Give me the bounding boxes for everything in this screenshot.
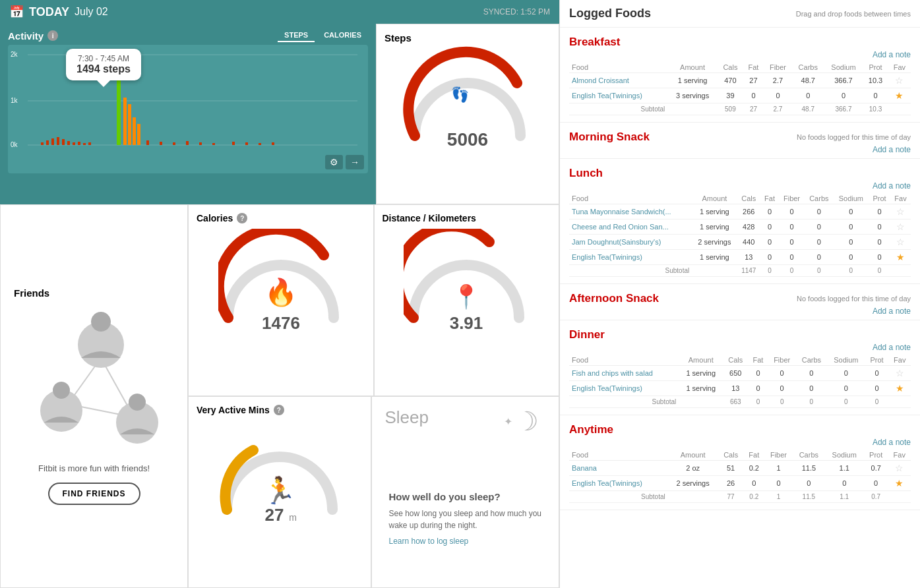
svg-rect-6 xyxy=(41,142,44,145)
food-cals: 39 xyxy=(718,88,743,103)
add-note-link[interactable]: Add a note xyxy=(569,50,911,59)
food-fav[interactable]: ★ xyxy=(888,476,911,491)
food-fav[interactable]: ☆ xyxy=(888,461,911,476)
food-fiber: 0 xyxy=(768,366,796,381)
food-name-cell[interactable]: Banana xyxy=(569,461,668,476)
food-fav[interactable]: ☆ xyxy=(890,204,911,220)
food-prot: 0 xyxy=(869,204,890,220)
active-mins-info-icon[interactable]: ? xyxy=(274,405,284,415)
add-note-link[interactable]: Add a note xyxy=(569,307,911,316)
col-cals: Cals xyxy=(737,193,761,204)
food-name-cell[interactable]: Fish and chips with salad xyxy=(569,366,679,381)
subtotal-sodium: 0 xyxy=(834,265,869,277)
food-sodium: 0 xyxy=(827,366,865,381)
sleep-learn-link[interactable]: Learn how to log sleep xyxy=(389,537,542,546)
food-fat: 0 xyxy=(760,204,779,220)
no-foods-msg: No foods logged for this time of day xyxy=(797,133,911,141)
food-sodium: 0 xyxy=(834,250,869,265)
friends-message: Fitbit is more fun with friends! xyxy=(38,463,150,473)
food-name-cell[interactable]: English Tea(Twinings) xyxy=(569,476,668,491)
svg-rect-26 xyxy=(212,143,215,145)
col-carbs: Carbs xyxy=(792,62,824,73)
chart-settings-button[interactable]: ⚙ xyxy=(325,155,343,169)
food-name-cell[interactable]: Jam Doughnut(Sainsbury's) xyxy=(569,235,692,250)
meal-name: Afternoon Snack xyxy=(569,292,659,305)
food-carbs: 0 xyxy=(792,88,824,103)
food-amount: 1 serving xyxy=(692,250,737,265)
food-name-cell[interactable]: English Tea(Twinings) xyxy=(569,88,667,103)
steps-title: Steps xyxy=(384,32,412,44)
activity-panel: Activity i STEPS CALORIES 7:30 - 7:45 AM… xyxy=(0,24,376,204)
add-note-link[interactable]: Add a note xyxy=(569,438,911,447)
calories-panel: Calories ? 🔥 1476 xyxy=(188,204,374,396)
svg-rect-29 xyxy=(259,143,261,145)
food-row: Almond Croissant 1 serving 470 27 2.7 48… xyxy=(569,73,911,88)
svg-text:1476: 1476 xyxy=(262,313,300,333)
food-prot: 0.7 xyxy=(864,461,888,476)
subtotal-prot: 0 xyxy=(869,265,890,277)
food-fav[interactable]: ☆ xyxy=(890,235,911,250)
food-table-5: FoodAmountCalsFatFiberCarbsSodiumProtFav… xyxy=(569,450,911,503)
col-prot: Prot xyxy=(864,450,888,461)
subtotal-row: Subtotal 663 0 0 0 0 0 xyxy=(569,396,911,408)
food-name-cell[interactable]: English Tea(Twinings) xyxy=(569,381,679,396)
col-sodium: Sodium xyxy=(834,193,869,204)
food-fav[interactable]: ★ xyxy=(888,381,911,396)
food-fav[interactable]: ☆ xyxy=(888,366,911,381)
activity-chart[interactable]: 2k 1k 0k xyxy=(8,45,368,173)
food-sodium: 0 xyxy=(824,88,863,103)
food-amount: 1 serving xyxy=(692,220,737,235)
col-fiber: Fiber xyxy=(779,193,805,204)
col-food: Food xyxy=(569,355,679,366)
no-foods-msg: No foods logged for this time of day xyxy=(797,295,911,303)
subtotal-carbs: 11.5 xyxy=(793,491,825,503)
col-carbs: Carbs xyxy=(805,193,834,204)
food-fat: 0 xyxy=(748,366,768,381)
svg-text:0k: 0k xyxy=(11,141,18,148)
add-note-link[interactable]: Add a note xyxy=(569,181,911,191)
add-note-link[interactable]: Add a note xyxy=(569,145,911,154)
col-fat: Fat xyxy=(744,450,764,461)
distance-title: Distance / Kilometers xyxy=(383,213,476,223)
col-fiber: Fiber xyxy=(764,450,793,461)
subtotal-fiber: 0 xyxy=(768,396,796,408)
food-row: Cheese and Red Onion San... 1 serving 42… xyxy=(569,220,911,235)
chart-forward-button[interactable]: → xyxy=(346,155,364,169)
food-fav[interactable]: ★ xyxy=(890,250,911,265)
meal-name: Breakfast xyxy=(569,36,621,49)
food-name-cell[interactable]: English Tea(Twinings) xyxy=(569,250,692,265)
food-fiber: 0 xyxy=(764,88,792,103)
food-prot: 0 xyxy=(863,88,888,103)
meal-afternoon-snack: Afternoon Snack No foods logged for this… xyxy=(560,284,920,320)
find-friends-button[interactable]: FIND FRIENDS xyxy=(48,483,140,505)
svg-rect-8 xyxy=(51,138,54,145)
food-fav[interactable]: ☆ xyxy=(890,220,911,235)
calendar-icon: 📅 xyxy=(9,5,24,19)
svg-rect-14 xyxy=(83,143,86,145)
col-food: Food xyxy=(569,62,667,73)
activity-info-icon[interactable]: i xyxy=(47,30,58,41)
food-table-4: FoodAmountCalsFatFiberCarbsSodiumProtFav… xyxy=(569,355,911,408)
food-name-cell[interactable]: Almond Croissant xyxy=(569,73,667,88)
col-fiber: Fiber xyxy=(768,355,796,366)
svg-rect-18 xyxy=(128,104,131,145)
food-fav[interactable]: ★ xyxy=(888,88,911,103)
svg-text:📍: 📍 xyxy=(452,283,481,310)
subtotal-sodium: 0 xyxy=(827,396,865,408)
calories-tab[interactable]: CALORIES xyxy=(317,29,368,42)
food-name-cell[interactable]: Tuna Mayonnaise Sandwich(... xyxy=(569,204,692,220)
col-fat: Fat xyxy=(748,355,768,366)
activity-label: Activity xyxy=(8,30,44,42)
food-sodium: 366.7 xyxy=(824,73,863,88)
svg-rect-20 xyxy=(137,124,140,145)
add-note-link[interactable]: Add a note xyxy=(569,343,911,352)
food-fav[interactable]: ☆ xyxy=(888,73,911,88)
food-name-cell[interactable]: Cheese and Red Onion San... xyxy=(569,220,692,235)
food-cals: 266 xyxy=(737,204,761,220)
food-fiber: 0 xyxy=(779,204,805,220)
calories-info-icon[interactable]: ? xyxy=(237,213,247,223)
steps-tab[interactable]: STEPS xyxy=(278,29,315,42)
subtotal-row: Subtotal 509 27 2.7 48.7 366.7 10.3 xyxy=(569,103,911,115)
food-carbs: 0 xyxy=(805,220,834,235)
subtotal-label: Subtotal xyxy=(569,103,667,115)
